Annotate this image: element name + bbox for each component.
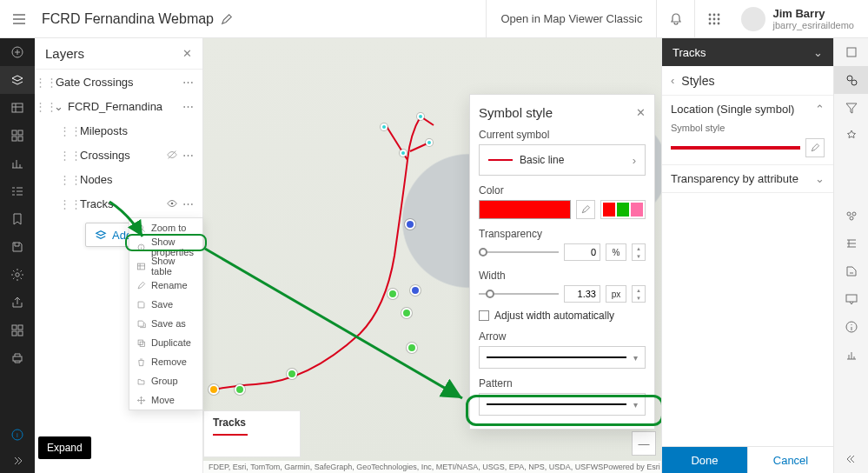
- done-button[interactable]: Done: [662, 447, 747, 473]
- map-point: [405, 219, 415, 230]
- user-menu[interactable]: Jim Barry jbarry_esriraildemo: [765, 7, 868, 30]
- pattern-select[interactable]: ▾: [479, 393, 646, 416]
- ctx-show-table[interactable]: Show table: [129, 256, 202, 276]
- settings-rail[interactable]: [0, 261, 35, 289]
- svg-point-4: [713, 17, 716, 20]
- ctx-save-as[interactable]: Save as: [129, 314, 202, 333]
- color-main-swatch[interactable]: [479, 200, 571, 219]
- symbol-style-popup: Symbol style ✕ Current symbol Basic line…: [469, 94, 655, 430]
- drag-handle-icon[interactable]: ⋮⋮: [64, 124, 76, 137]
- share-rail[interactable]: [0, 289, 35, 316]
- ctx-duplicate[interactable]: Duplicate: [129, 333, 202, 352]
- styles-rail[interactable]: [834, 66, 869, 94]
- labels-rail[interactable]: [834, 257, 869, 285]
- tables-rail[interactable]: [0, 94, 35, 122]
- ctx-save[interactable]: Save: [129, 295, 202, 314]
- visibility-off-icon[interactable]: [164, 149, 180, 161]
- ctx-move[interactable]: Move: [129, 390, 202, 410]
- layer-mileposts[interactable]: ⋮⋮ Mileposts: [35, 118, 202, 143]
- layer-crossings[interactable]: ⋮⋮ Crossings ⋯: [35, 143, 202, 167]
- ctx-remove[interactable]: Remove: [129, 352, 202, 371]
- open-classic-link[interactable]: Open in Map Viewer Classic: [486, 0, 656, 37]
- transparency-stepper[interactable]: ▲▼: [632, 243, 646, 261]
- right-rail-expand[interactable]: [834, 445, 869, 473]
- zoom-home-button[interactable]: —: [632, 431, 656, 456]
- transparency-slider[interactable]: [479, 246, 559, 258]
- drag-handle-icon[interactable]: ⋮⋮: [64, 149, 76, 162]
- layer-nodes[interactable]: ⋮⋮ Nodes: [35, 167, 202, 191]
- bookmarks-rail[interactable]: [0, 205, 35, 233]
- popup-close[interactable]: ✕: [636, 106, 646, 119]
- add-layer-rail[interactable]: [0, 38, 35, 66]
- layer-fcrd-fernandina[interactable]: ⋮⋮ ⌄ FCRD_Fernandina ⋯: [35, 94, 202, 118]
- basemap-rail[interactable]: [0, 122, 35, 150]
- styles-panel-subheader: ‹ Styles: [662, 66, 833, 96]
- charts-rail[interactable]: [0, 150, 35, 177]
- layers-close[interactable]: ✕: [182, 47, 192, 60]
- arrow-select[interactable]: ▾: [479, 346, 646, 369]
- legend-rail[interactable]: [0, 177, 35, 205]
- save-rail[interactable]: [0, 233, 35, 261]
- layer-label: Mileposts: [76, 124, 195, 137]
- caret-down-icon[interactable]: ⌄: [52, 100, 64, 113]
- checkbox-unchecked-icon[interactable]: [479, 310, 489, 321]
- info-rail[interactable]: [834, 313, 869, 341]
- edit-style-button[interactable]: [805, 138, 825, 157]
- layer-tracks-more-button[interactable]: ⋯: [180, 197, 195, 210]
- drag-handle-icon[interactable]: ⋮⋮: [64, 197, 76, 210]
- ctx-zoom-to[interactable]: Zoom to: [129, 218, 202, 237]
- layers-rail[interactable]: [0, 66, 35, 94]
- fields-rail[interactable]: [834, 230, 869, 257]
- color-swatches[interactable]: [600, 200, 646, 219]
- transparency-input[interactable]: [564, 243, 600, 261]
- chart-rail[interactable]: [834, 341, 869, 369]
- layer-tracks[interactable]: ⋮⋮ Tracks ⋯: [35, 191, 202, 216]
- user-avatar[interactable]: [741, 7, 765, 31]
- layer-more-button[interactable]: ⋯: [180, 149, 195, 162]
- map-point: [410, 285, 421, 296]
- width-stepper[interactable]: ▲▼: [632, 285, 646, 303]
- svg-point-15: [16, 273, 19, 276]
- drag-handle-icon[interactable]: ⋮⋮: [40, 76, 52, 89]
- cluster-rail[interactable]: [834, 202, 869, 230]
- color-edit-button[interactable]: [576, 200, 595, 219]
- properties-rail[interactable]: [834, 38, 869, 66]
- ctx-group[interactable]: Group: [129, 371, 202, 390]
- back-button[interactable]: ‹: [671, 74, 674, 87]
- visibility-on-icon[interactable]: [164, 197, 180, 210]
- layer-gate-crossings[interactable]: ⋮⋮ Gate Crossings ⋯: [35, 70, 202, 94]
- effects-rail[interactable]: [834, 122, 869, 150]
- print-rail[interactable]: [0, 344, 35, 372]
- svg-point-2: [718, 13, 720, 16]
- rename-title-button[interactable]: [221, 13, 233, 25]
- popup-rail[interactable]: [834, 285, 869, 313]
- svg-point-1: [713, 13, 716, 16]
- layer-more-button[interactable]: ⋯: [180, 76, 195, 89]
- topbar-right: Open in Map Viewer Classic Jim Barry jba…: [486, 0, 868, 37]
- ctx-show-properties[interactable]: Show properties: [129, 237, 202, 256]
- left-rail-expand[interactable]: [0, 449, 35, 473]
- layers-title: Layers: [45, 46, 182, 61]
- filter-rail[interactable]: [834, 94, 869, 122]
- styles-section-title-row[interactable]: Location (Single symbol) ⌃: [671, 103, 825, 116]
- svg-point-8: [718, 22, 720, 24]
- cancel-button[interactable]: Cancel: [747, 447, 833, 473]
- drag-handle-icon[interactable]: ⋮⋮: [40, 100, 52, 113]
- styles-section-transparency[interactable]: Transparency by attribute ⌄: [662, 165, 833, 193]
- adjust-width-row[interactable]: Adjust width automatically: [479, 310, 646, 322]
- drag-handle-icon[interactable]: ⋮⋮: [64, 173, 76, 186]
- help-rail[interactable]: i: [0, 421, 35, 449]
- notifications-button[interactable]: [656, 0, 694, 38]
- map-point: [235, 384, 245, 395]
- menu-button[interactable]: [0, 0, 38, 38]
- ctx-rename[interactable]: Rename: [129, 276, 202, 295]
- legend-line: [213, 434, 248, 436]
- pencil-icon: [221, 13, 233, 25]
- apps-rail[interactable]: [0, 316, 35, 344]
- app-launcher-button[interactable]: [694, 0, 732, 38]
- width-input[interactable]: [564, 285, 600, 303]
- current-symbol-card[interactable]: Basic line ›: [479, 144, 646, 176]
- layer-more-button[interactable]: ⋯: [180, 100, 195, 113]
- width-slider[interactable]: [479, 288, 559, 300]
- chevron-down-icon[interactable]: ⌄: [813, 46, 823, 59]
